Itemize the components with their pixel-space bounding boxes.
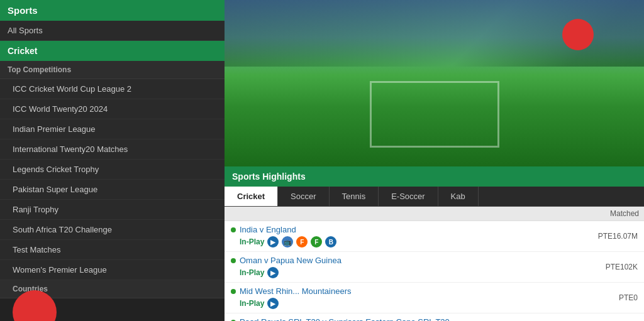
sidebar-item-wpl[interactable]: Women's Premier League [0, 260, 225, 280]
sidebar-item-sa-t20[interactable]: South Africa T20 Challenge [0, 220, 225, 240]
b-icon-1[interactable]: B [325, 236, 336, 248]
in-play-label-1: In-Play [240, 237, 264, 246]
sidebar-item-psl[interactable]: Pakistan Super League [0, 180, 225, 200]
tab-esoccer[interactable]: E-Soccer [379, 187, 438, 206]
sidebar-top-competitions-label: Top Competitions [0, 61, 225, 79]
sidebar-item-it20[interactable]: International Twenty20 Matches [0, 139, 225, 160]
main-content: Sports Highlights Cricket Soccer Tennis … [225, 0, 644, 321]
highlights-title: Sports Highlights [225, 166, 644, 187]
match-link-oman-png[interactable]: Oman v Papua New Guinea [240, 256, 341, 265]
tab-cricket[interactable]: Cricket [225, 187, 278, 206]
sidebar: Sports All Sports Cricket Top Competitio… [0, 0, 225, 321]
sidebar-item-icc-cwcl2[interactable]: ICC Cricket World Cup League 2 [0, 79, 225, 99]
match-row-india-england: India v England In-Play ▶ 📺 F F B PTE16.… [225, 221, 644, 252]
sidebar-cricket-header[interactable]: Cricket [0, 41, 225, 61]
highlights-section: Sports Highlights Cricket Soccer Tennis … [225, 166, 644, 321]
live-indicator-3 [231, 289, 236, 294]
play-icon-3[interactable]: ▶ [267, 298, 279, 309]
hero-red-dot [562, 19, 594, 50]
live-indicator [231, 227, 236, 232]
match-link-paarl[interactable]: Paarl Royals SRL T20 v Sunrisers Eastern… [240, 317, 450, 321]
match-row-oman-png: Oman v Papua New Guinea In-Play ▶ PTE102… [225, 252, 644, 283]
tab-soccer[interactable]: Soccer [278, 187, 329, 206]
match-row-midwest: Mid West Rhin... Mountaineers In-Play ▶ … [225, 283, 644, 313]
in-play-label-2: In-Play [240, 268, 264, 277]
sidebar-sports-header[interactable]: Sports [0, 0, 225, 21]
f-icon-1[interactable]: F [296, 236, 308, 248]
in-play-label-3: In-Play [240, 299, 264, 308]
sidebar-all-sports-item[interactable]: All Sports [0, 21, 225, 41]
green-f-icon-1[interactable]: F [311, 236, 322, 248]
tab-kab[interactable]: Kab [438, 187, 479, 206]
match-row-paarl: Paarl Royals SRL T20 v Sunrisers Eastern… [225, 313, 644, 321]
sidebar-item-test[interactable]: Test Matches [0, 240, 225, 260]
highlights-tabs: Cricket Soccer Tennis E-Soccer Kab [225, 187, 644, 207]
matches-column-header: Matched [225, 207, 644, 221]
live-indicator-2 [231, 258, 236, 263]
play-icon-2[interactable]: ▶ [267, 267, 279, 278]
match-link-midwest[interactable]: Mid West Rhin... Mountaineers [240, 286, 352, 296]
sidebar-item-legends[interactable]: Legends Cricket Trophy [0, 160, 225, 180]
tv-icon-1[interactable]: 📺 [282, 236, 293, 248]
hero-banner [225, 0, 644, 166]
tab-tennis[interactable]: Tennis [330, 187, 379, 206]
match-odds-3: PTE0 [619, 293, 638, 302]
play-icon-1[interactable]: ▶ [267, 236, 279, 248]
match-link-india-england[interactable]: India v England [240, 225, 296, 234]
sidebar-item-ipl[interactable]: Indian Premier League [0, 119, 225, 139]
match-odds-1: PTE16.07M [598, 232, 638, 241]
sidebar-item-ranji[interactable]: Ranji Trophy [0, 200, 225, 220]
match-odds-2: PTE102K [606, 263, 638, 271]
sidebar-item-icc-wt20[interactable]: ICC World Twenty20 2024 [0, 99, 225, 119]
